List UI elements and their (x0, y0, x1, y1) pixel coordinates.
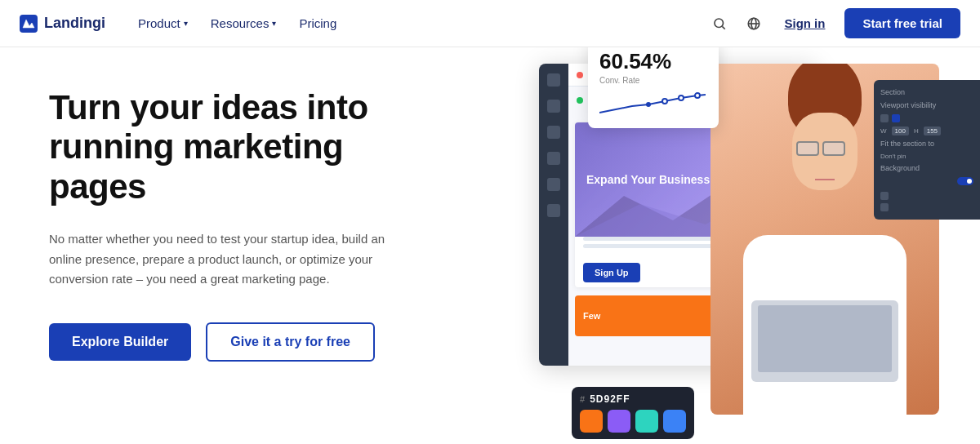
swatches-row (580, 410, 686, 433)
stats-card: 60.54% Conv. Rate (588, 47, 719, 128)
sidebar-item-6 (547, 204, 560, 217)
svg-point-8 (662, 99, 667, 104)
rp-bg-toggle (957, 177, 973, 185)
smile (815, 172, 835, 180)
nav-right: Sign in Start free trial (709, 8, 960, 38)
svg-point-7 (646, 102, 651, 107)
glasses-right (822, 141, 845, 156)
swatch-purple (608, 410, 630, 433)
laptop (751, 300, 898, 382)
svg-point-9 (679, 95, 684, 100)
rp-height-label: H (914, 127, 919, 135)
swatch-teal (635, 410, 658, 433)
sidebar-item-4 (547, 152, 560, 165)
nav-resources[interactable]: Resources ▾ (201, 11, 287, 35)
laptop-screen (758, 305, 892, 372)
hex-row: # 5D92FF (580, 393, 686, 405)
nav-links: Product ▾ Resources ▾ Pricing (128, 11, 346, 35)
swatch-blue (663, 410, 686, 433)
window-close-dot (577, 72, 583, 78)
explore-builder-button[interactable]: Explore Builder (49, 323, 191, 361)
resources-chevron-icon: ▾ (272, 19, 276, 28)
try-free-button[interactable]: Give it a try for free (206, 322, 375, 362)
rp-toggle-2 (892, 114, 900, 122)
globe-icon (746, 16, 761, 31)
hero-description: No matter whether you need to test your … (49, 229, 408, 290)
stats-percent: 60.54% (599, 49, 707, 74)
rp-viewport-label: Viewport visibility (880, 101, 973, 109)
editor-sidebar (539, 64, 568, 366)
hero-title: Turn your ideas into running marketing p… (49, 88, 441, 206)
sidebar-item-1 (547, 73, 560, 87)
rp-width-label: W (880, 127, 887, 135)
sidebar-item-2 (547, 100, 560, 113)
hex-value: 5D92FF (590, 393, 630, 405)
sign-in-button[interactable]: Sign in (777, 11, 831, 35)
logo-text: Landingi (44, 15, 105, 32)
rp-height-val: 155 (924, 127, 941, 135)
rp-extra-1 (880, 192, 889, 200)
sidebar-item-3 (547, 126, 560, 139)
navbar: Landingi Product ▾ Resources ▾ Pricing (0, 0, 980, 47)
glasses-left (796, 141, 819, 156)
rp-width-row: W 100 H 155 (880, 127, 973, 135)
user-online-dot (577, 97, 583, 104)
hero-text-section: Turn your ideas into running marketing p… (49, 80, 441, 362)
logo[interactable]: Landingi (20, 15, 105, 33)
svg-line-3 (723, 26, 725, 29)
search-button[interactable] (709, 13, 730, 34)
globe-button[interactable] (743, 13, 764, 34)
svg-rect-0 (20, 15, 38, 33)
rp-width-val: 100 (892, 127, 909, 135)
hash-symbol: # (580, 394, 585, 404)
few-label: Few (583, 311, 600, 321)
face (792, 113, 858, 190)
right-panel: Section Viewport visibility W 100 H 155 … (874, 80, 980, 220)
color-swatches-panel: # 5D92FF (572, 387, 694, 439)
hero-buttons: Explore Builder Give it a try for free (49, 322, 441, 362)
swatch-orange (580, 410, 603, 433)
rp-fit-label: Fit the section to (880, 140, 973, 148)
sidebar-item-5 (547, 178, 560, 191)
rp-bg-label: Background (880, 164, 973, 172)
rp-section-title: Section (880, 88, 973, 96)
svg-point-2 (715, 19, 724, 28)
start-trial-button[interactable]: Start free trial (844, 8, 960, 38)
search-icon (712, 16, 727, 31)
hero-illustration: 60.54% Conv. Rate (506, 47, 980, 444)
rp-extra-2 (880, 203, 889, 211)
product-chevron-icon: ▾ (184, 19, 188, 28)
canvas-signup-btn: Sign Up (583, 263, 640, 282)
rp-pin-label: Don't pin (880, 153, 906, 160)
nav-product[interactable]: Product ▾ (128, 11, 198, 35)
stats-label: Conv. Rate (599, 76, 707, 85)
nav-pricing[interactable]: Pricing (289, 11, 346, 35)
main-content: Turn your ideas into running marketing p… (0, 47, 980, 444)
stats-chart (599, 90, 707, 118)
logo-icon (20, 15, 38, 33)
rp-toggle-1 (880, 114, 889, 122)
svg-point-10 (695, 93, 700, 98)
rp-pin-row: Don't pin (880, 153, 973, 160)
